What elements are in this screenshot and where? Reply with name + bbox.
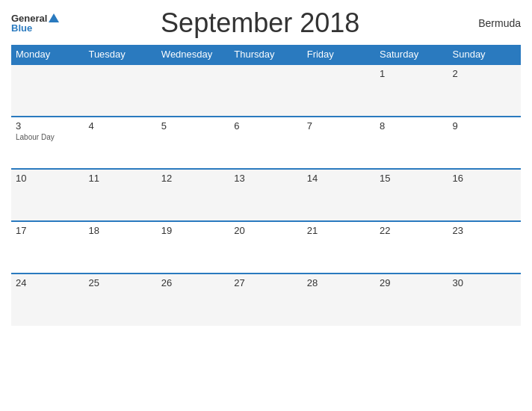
week-row-1: 12 bbox=[11, 64, 521, 117]
calendar-cell bbox=[11, 64, 84, 117]
day-number: 8 bbox=[380, 120, 443, 132]
calendar-cell: 2 bbox=[448, 64, 521, 117]
calendar-cell: 25 bbox=[84, 274, 156, 326]
day-number: 2 bbox=[453, 68, 516, 79]
day-number: 19 bbox=[161, 225, 225, 236]
calendar-cell: 26 bbox=[157, 274, 229, 326]
calendar-table: MondayTuesdayWednesdayThursdayFridaySatu… bbox=[11, 45, 521, 326]
calendar-cell: 16 bbox=[448, 169, 521, 221]
calendar-cell: 27 bbox=[229, 274, 302, 326]
day-number: 30 bbox=[453, 277, 516, 288]
day-number: 29 bbox=[380, 277, 443, 288]
calendar-cell: 23 bbox=[448, 221, 521, 274]
weekday-header-thursday: Thursday bbox=[229, 45, 302, 64]
calendar-header: General Blue September 2018 Bermuda bbox=[11, 7, 521, 39]
calendar-cell: 5 bbox=[157, 117, 229, 169]
day-number: 27 bbox=[234, 277, 297, 288]
day-number: 12 bbox=[161, 173, 225, 184]
month-title: September 2018 bbox=[59, 7, 461, 39]
week-row-5: 24252627282930 bbox=[11, 274, 521, 326]
calendar-cell: 8 bbox=[375, 117, 448, 169]
calendar-body: 123Labour Day456789101112131415161718192… bbox=[11, 64, 521, 326]
calendar-cell: 21 bbox=[303, 221, 375, 274]
calendar-cell: 13 bbox=[229, 169, 302, 221]
calendar-cell: 20 bbox=[229, 221, 302, 274]
calendar-cell: 4 bbox=[84, 117, 156, 169]
day-number: 28 bbox=[307, 277, 371, 288]
day-number: 17 bbox=[16, 225, 79, 236]
logo-blue-text: Blue bbox=[11, 23, 59, 33]
weekday-header-friday: Friday bbox=[303, 45, 375, 64]
calendar-cell: 14 bbox=[303, 169, 375, 221]
calendar-cell: 15 bbox=[375, 169, 448, 221]
calendar-cell: 3Labour Day bbox=[11, 117, 84, 169]
day-number: 4 bbox=[88, 120, 152, 132]
day-number: 14 bbox=[307, 173, 371, 184]
calendar-header-row: MondayTuesdayWednesdayThursdayFridaySatu… bbox=[11, 45, 521, 64]
day-number: 3 bbox=[16, 120, 79, 132]
calendar-wrapper: General Blue September 2018 Bermuda Mond… bbox=[0, 0, 532, 411]
day-number: 1 bbox=[380, 68, 443, 79]
calendar-cell bbox=[157, 64, 229, 117]
logo: General Blue bbox=[11, 13, 59, 33]
day-number: 9 bbox=[453, 120, 516, 132]
calendar-cell: 10 bbox=[11, 169, 84, 221]
calendar-cell bbox=[229, 64, 302, 117]
day-number: 13 bbox=[234, 173, 297, 184]
day-number: 10 bbox=[16, 173, 79, 184]
week-row-3: 10111213141516 bbox=[11, 169, 521, 221]
day-number: 6 bbox=[234, 120, 297, 132]
calendar-cell: 6 bbox=[229, 117, 302, 169]
calendar-cell: 28 bbox=[303, 274, 375, 326]
weekday-header-monday: Monday bbox=[11, 45, 84, 64]
day-number: 5 bbox=[161, 120, 225, 132]
day-number: 25 bbox=[88, 277, 152, 288]
day-number: 15 bbox=[380, 173, 443, 184]
calendar-cell: 9 bbox=[448, 117, 521, 169]
week-row-2: 3Labour Day456789 bbox=[11, 117, 521, 169]
calendar-cell: 30 bbox=[448, 274, 521, 326]
calendar-cell: 17 bbox=[11, 221, 84, 274]
weekday-header-sunday: Sunday bbox=[448, 45, 521, 64]
calendar-cell: 22 bbox=[375, 221, 448, 274]
weekday-header-wednesday: Wednesday bbox=[157, 45, 229, 64]
calendar-cell: 12 bbox=[157, 169, 229, 221]
holiday-name: Labour Day bbox=[16, 133, 79, 141]
calendar-cell: 29 bbox=[375, 274, 448, 326]
day-number: 22 bbox=[380, 225, 443, 236]
logo-triangle-icon bbox=[49, 13, 59, 22]
day-number: 26 bbox=[161, 277, 225, 288]
calendar-cell: 19 bbox=[157, 221, 229, 274]
day-number: 20 bbox=[234, 225, 297, 236]
weekday-header-saturday: Saturday bbox=[375, 45, 448, 64]
weekday-header-tuesday: Tuesday bbox=[84, 45, 156, 64]
day-number: 21 bbox=[307, 225, 371, 236]
calendar-cell: 7 bbox=[303, 117, 375, 169]
day-number: 7 bbox=[307, 120, 371, 132]
calendar-cell: 1 bbox=[375, 64, 448, 117]
day-number: 18 bbox=[88, 225, 152, 236]
region-label: Bermuda bbox=[461, 17, 521, 29]
day-number: 16 bbox=[453, 173, 516, 184]
day-number: 11 bbox=[88, 173, 152, 184]
calendar-cell bbox=[303, 64, 375, 117]
calendar-cell: 24 bbox=[11, 274, 84, 326]
week-row-4: 17181920212223 bbox=[11, 221, 521, 274]
calendar-cell: 11 bbox=[84, 169, 156, 221]
calendar-cell: 18 bbox=[84, 221, 156, 274]
day-number: 23 bbox=[453, 225, 516, 236]
day-number: 24 bbox=[16, 277, 79, 288]
calendar-cell bbox=[84, 64, 156, 117]
